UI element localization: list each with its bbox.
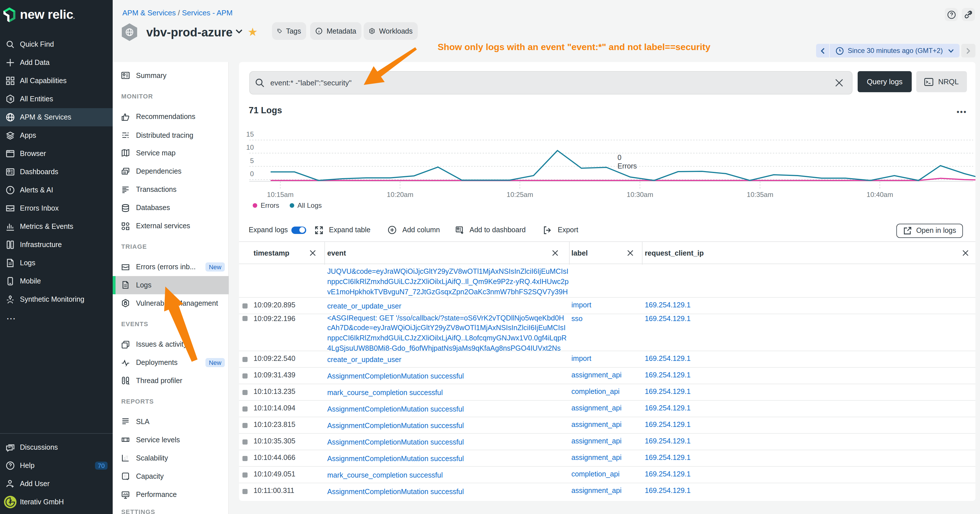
svg-text:10:30am: 10:30am <box>627 191 653 198</box>
svg-text:Errors: Errors <box>617 162 637 170</box>
svg-text:0: 0 <box>250 170 254 178</box>
svg-text:10: 10 <box>246 143 254 151</box>
svg-text:10:25am: 10:25am <box>506 191 533 198</box>
svg-text:10:15am: 10:15am <box>267 191 293 198</box>
svg-text:10:20am: 10:20am <box>387 191 413 198</box>
svg-text:0: 0 <box>617 153 622 161</box>
svg-text:5: 5 <box>250 157 254 164</box>
svg-text:10:35am: 10:35am <box>747 191 773 198</box>
svg-text:10:40am: 10:40am <box>867 191 893 198</box>
svg-text:15: 15 <box>246 130 254 138</box>
